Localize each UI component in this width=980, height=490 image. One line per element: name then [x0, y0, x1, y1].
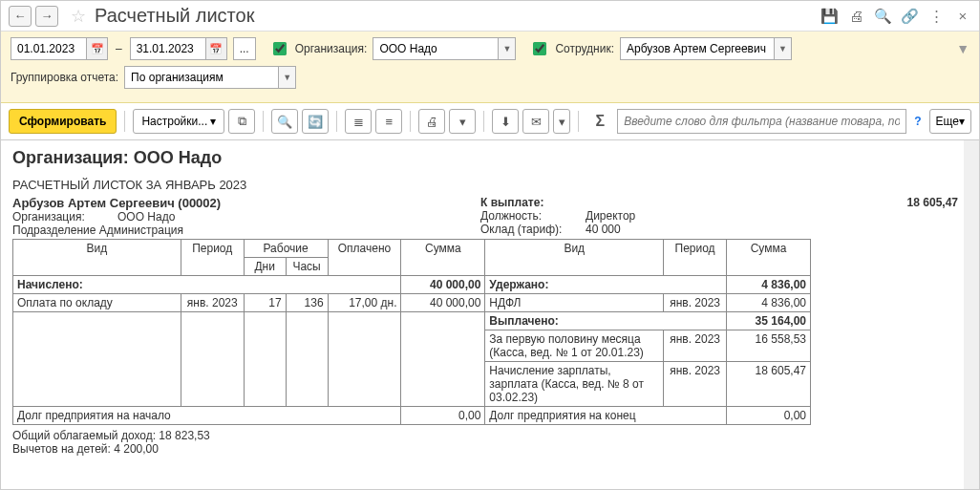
- withheld-label: Удержано:: [485, 276, 727, 294]
- footer-deduct: Вычетов на детей: 4 200,00: [12, 442, 968, 456]
- date-to-input[interactable]: [131, 38, 205, 59]
- cell-vid-r: НДФЛ: [485, 294, 664, 312]
- payout-label: К выплате:: [480, 196, 586, 209]
- employee-dropdown-icon[interactable]: ▼: [774, 38, 791, 59]
- th-chasy: Часы: [286, 258, 328, 276]
- download-icon[interactable]: ⬇: [492, 109, 519, 134]
- withheld-total: 4 836,00: [727, 276, 811, 294]
- cell-sum-r: 16 558,53: [727, 330, 811, 362]
- mail-dropdown-icon[interactable]: ▾: [553, 109, 570, 134]
- sigma-icon[interactable]: Σ: [586, 109, 613, 134]
- filter-funnel-icon[interactable]: ▼: [956, 41, 969, 56]
- debt-end-label: Долг предприятия на конец: [485, 407, 727, 425]
- th-vid-left: Вид: [13, 240, 181, 276]
- debt-start-label: Долг предприятия на начало: [13, 407, 401, 425]
- toolbar-print-icon[interactable]: 🖨: [418, 109, 445, 134]
- paid-label: Выплачено:: [485, 312, 727, 330]
- th-rabochie: Рабочие: [244, 240, 328, 258]
- chevron-down-icon: ▾: [210, 115, 216, 128]
- report-org-header: Организация: ООО Надо: [12, 148, 968, 168]
- cell-sum-r: 18 605,47: [727, 362, 811, 407]
- grouping-input[interactable]: [125, 67, 278, 88]
- employee-input[interactable]: [621, 38, 774, 59]
- grouping-label: Группировка отчета:: [11, 71, 118, 84]
- position-value: Директор: [586, 209, 968, 223]
- th-summa-left: Сумма: [401, 240, 485, 276]
- chevron-down-icon: ▾: [959, 115, 965, 128]
- salary-value: 40 000: [586, 223, 968, 236]
- th-period-left: Период: [181, 240, 244, 276]
- forward-button[interactable]: →: [35, 6, 58, 27]
- th-period-right: Период: [664, 240, 727, 276]
- back-button[interactable]: ←: [9, 6, 32, 27]
- cell-vid-r: Начисление зарплаты, зарплата (Касса, ве…: [485, 362, 664, 407]
- date-from-calendar-icon[interactable]: 📅: [86, 38, 107, 59]
- date-range-picker-button[interactable]: ...: [233, 37, 256, 60]
- payout-value: 18 605,47: [586, 196, 968, 209]
- settings-button-label: Настройки...: [141, 115, 207, 128]
- expand-tree-icon[interactable]: ≣: [345, 109, 372, 134]
- generate-button[interactable]: Сформировать: [9, 109, 117, 134]
- debt-row: Долг предприятия на начало 0,00 Долг пре…: [13, 407, 811, 425]
- org-label: Организация:: [295, 42, 368, 55]
- preview-icon[interactable]: 🔍: [874, 8, 891, 25]
- page-title: Расчетный листок: [95, 5, 820, 27]
- org-input[interactable]: [373, 38, 498, 59]
- info-dept: Подразделение Администрация: [12, 224, 480, 237]
- cell-sum: 40 000,00: [401, 294, 485, 312]
- cell-vid: Оплата по окладу: [13, 294, 181, 312]
- date-range-dash: –: [114, 42, 124, 55]
- help-icon[interactable]: ?: [910, 115, 925, 128]
- payslip-table: Вид Период Рабочие Оплачено Сумма Вид Пе…: [12, 239, 811, 425]
- close-icon[interactable]: ×: [954, 8, 971, 25]
- th-oplacheno: Оплачено: [328, 240, 401, 276]
- print-icon[interactable]: 🖨: [847, 8, 864, 25]
- footer-taxable: Общий облагаемый доход: 18 823,53: [12, 429, 968, 442]
- employee-label: Сотрудник:: [555, 42, 614, 55]
- employee-name: Арбузов Артем Сергеевич (00002): [12, 196, 480, 210]
- org-dropdown-icon[interactable]: ▼: [498, 38, 515, 59]
- th-vid-right: Вид: [485, 240, 664, 276]
- more-vertical-icon[interactable]: ⋮: [927, 8, 945, 25]
- toolbar-print-dropdown-icon[interactable]: ▾: [449, 109, 476, 134]
- debt-end-value: 0,00: [727, 407, 811, 425]
- settings-button[interactable]: Настройки... ▾: [133, 109, 224, 134]
- cell-opl: 17,00 дн.: [328, 294, 401, 312]
- copy-settings-icon[interactable]: ⧉: [228, 109, 255, 134]
- table-row: Выплачено: 35 164,00: [13, 312, 811, 330]
- filter-search-input[interactable]: [617, 109, 906, 134]
- cell-period: янв. 2023: [181, 294, 244, 312]
- table-row: Оплата по окладу янв. 2023 17 136 17,00 …: [13, 294, 811, 312]
- th-summa-right: Сумма: [727, 240, 811, 276]
- accrued-total: 40 000,00: [401, 276, 485, 294]
- cell-chasy: 136: [286, 294, 328, 312]
- date-to-calendar-icon[interactable]: 📅: [205, 38, 226, 59]
- cell-sum-r: 4 836,00: [727, 294, 811, 312]
- info-org-value: ООО Надо: [117, 210, 480, 224]
- save-icon[interactable]: 💾: [820, 8, 838, 25]
- favorite-star-icon[interactable]: ☆: [68, 6, 89, 27]
- org-checkbox[interactable]: [273, 42, 287, 55]
- refresh-icon[interactable]: 🔄: [302, 109, 329, 134]
- find-icon[interactable]: 🔍: [271, 109, 298, 134]
- vertical-scrollbar[interactable]: [964, 140, 979, 489]
- cell-period-r: янв. 2023: [664, 294, 727, 312]
- employee-checkbox[interactable]: [533, 42, 546, 55]
- cell-period-r: янв. 2023: [664, 362, 727, 407]
- more-button[interactable]: Еще ▾: [929, 109, 971, 134]
- link-icon[interactable]: 🔗: [901, 8, 918, 25]
- paid-total: 35 164,00: [727, 312, 811, 330]
- more-button-label: Еще: [936, 115, 959, 128]
- grouping-dropdown-icon[interactable]: ▼: [278, 67, 295, 88]
- debt-start-value: 0,00: [401, 407, 485, 425]
- cell-period-r: янв. 2023: [664, 330, 727, 362]
- position-label: Должность:: [480, 209, 586, 223]
- cell-vid-r: За первую половину месяца (Касса, вед. №…: [485, 330, 664, 362]
- accrued-label: Начислено:: [13, 276, 401, 294]
- collapse-tree-icon[interactable]: ≡: [375, 109, 402, 134]
- salary-label: Оклад (тариф):: [480, 223, 586, 236]
- th-dni: Дни: [244, 258, 286, 276]
- report-period-title: РАСЧЕТНЫЙ ЛИСТОК ЗА ЯНВАРЬ 2023: [12, 178, 968, 192]
- date-from-input[interactable]: [11, 38, 86, 59]
- mail-icon[interactable]: ✉: [522, 109, 549, 134]
